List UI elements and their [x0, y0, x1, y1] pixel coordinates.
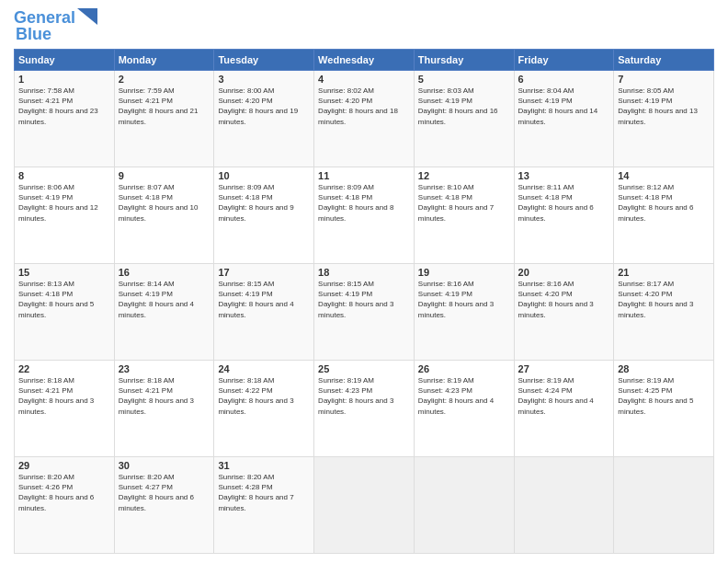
calendar-week-row: 29 Sunrise: 8:20 AM Sunset: 4:26 PM Dayl…: [15, 457, 714, 554]
day-number: 19: [418, 267, 510, 278]
day-info: Sunrise: 8:18 AM Sunset: 4:21 PM Dayligh…: [119, 375, 210, 417]
day-info: Sunrise: 8:09 AM Sunset: 4:18 PM Dayligh…: [318, 182, 410, 224]
day-info: Sunrise: 8:20 AM Sunset: 4:28 PM Dayligh…: [218, 472, 310, 513]
day-number: 24: [218, 363, 310, 374]
day-number: 30: [119, 460, 210, 471]
day-number: 9: [119, 170, 210, 181]
day-number: 5: [418, 74, 510, 85]
day-number: 16: [119, 267, 210, 278]
day-number: 22: [18, 363, 110, 374]
day-number: 2: [119, 74, 210, 85]
calendar-day-cell: 15 Sunrise: 8:13 AM Sunset: 4:18 PM Dayl…: [15, 264, 115, 361]
day-number: 15: [18, 267, 110, 278]
svg-marker-0: [77, 8, 97, 25]
day-info: Sunrise: 8:09 AM Sunset: 4:18 PM Dayligh…: [218, 182, 310, 224]
day-info: Sunrise: 8:11 AM Sunset: 4:18 PM Dayligh…: [518, 182, 610, 224]
calendar-day-cell: 25 Sunrise: 8:19 AM Sunset: 4:23 PM Dayl…: [314, 361, 415, 457]
day-number: 29: [18, 460, 110, 471]
calendar-day-cell: [614, 457, 714, 554]
day-info: Sunrise: 8:15 AM Sunset: 4:19 PM Dayligh…: [318, 279, 410, 320]
day-number: 6: [518, 74, 610, 85]
header: General Blue: [14, 9, 714, 43]
day-header-wednesday: Wednesday: [314, 50, 415, 71]
day-number: 27: [518, 363, 610, 374]
day-number: 3: [218, 74, 310, 85]
calendar-day-cell: 22 Sunrise: 8:18 AM Sunset: 4:21 PM Dayl…: [15, 361, 115, 457]
day-info: Sunrise: 8:00 AM Sunset: 4:20 PM Dayligh…: [218, 86, 310, 127]
day-info: Sunrise: 8:19 AM Sunset: 4:25 PM Dayligh…: [618, 375, 710, 417]
calendar-week-row: 15 Sunrise: 8:13 AM Sunset: 4:18 PM Dayl…: [15, 264, 714, 361]
calendar-day-cell: 18 Sunrise: 8:15 AM Sunset: 4:19 PM Dayl…: [314, 264, 415, 361]
day-info: Sunrise: 8:02 AM Sunset: 4:20 PM Dayligh…: [318, 86, 410, 127]
calendar-day-cell: 17 Sunrise: 8:15 AM Sunset: 4:19 PM Dayl…: [214, 264, 314, 361]
calendar-day-cell: 27 Sunrise: 8:19 AM Sunset: 4:24 PM Dayl…: [514, 361, 614, 457]
day-number: 20: [518, 267, 610, 278]
calendar-day-cell: 13 Sunrise: 8:11 AM Sunset: 4:18 PM Dayl…: [514, 167, 614, 264]
calendar-day-cell: 23 Sunrise: 8:18 AM Sunset: 4:21 PM Dayl…: [114, 361, 214, 457]
calendar-day-cell: 8 Sunrise: 8:06 AM Sunset: 4:19 PM Dayli…: [15, 167, 115, 264]
calendar-day-cell: 30 Sunrise: 8:20 AM Sunset: 4:27 PM Dayl…: [114, 457, 214, 554]
day-header-sunday: Sunday: [15, 50, 115, 71]
calendar-day-cell: 11 Sunrise: 8:09 AM Sunset: 4:18 PM Dayl…: [314, 167, 415, 264]
day-number: 17: [218, 267, 310, 278]
calendar-day-cell: 12 Sunrise: 8:10 AM Sunset: 4:18 PM Dayl…: [414, 167, 514, 264]
day-number: 31: [218, 460, 310, 471]
day-info: Sunrise: 8:14 AM Sunset: 4:19 PM Dayligh…: [119, 279, 210, 320]
logo-text2: Blue: [16, 25, 51, 43]
calendar-header-row: SundayMondayTuesdayWednesdayThursdayFrid…: [15, 50, 714, 71]
day-info: Sunrise: 8:18 AM Sunset: 4:21 PM Dayligh…: [18, 375, 110, 417]
day-number: 11: [318, 170, 410, 181]
calendar-week-row: 1 Sunrise: 7:58 AM Sunset: 4:21 PM Dayli…: [15, 71, 714, 167]
calendar-day-cell: 29 Sunrise: 8:20 AM Sunset: 4:26 PM Dayl…: [15, 457, 115, 554]
calendar-table: SundayMondayTuesdayWednesdayThursdayFrid…: [14, 49, 714, 554]
day-header-tuesday: Tuesday: [214, 50, 314, 71]
calendar-day-cell: 2 Sunrise: 7:59 AM Sunset: 4:21 PM Dayli…: [114, 71, 214, 167]
day-number: 28: [618, 363, 710, 374]
day-info: Sunrise: 8:06 AM Sunset: 4:19 PM Dayligh…: [18, 182, 110, 224]
day-info: Sunrise: 8:19 AM Sunset: 4:23 PM Dayligh…: [418, 375, 510, 417]
day-number: 25: [318, 363, 410, 374]
calendar-day-cell: 28 Sunrise: 8:19 AM Sunset: 4:25 PM Dayl…: [614, 361, 714, 457]
day-info: Sunrise: 8:19 AM Sunset: 4:24 PM Dayligh…: [518, 375, 610, 417]
day-info: Sunrise: 8:19 AM Sunset: 4:23 PM Dayligh…: [318, 375, 410, 417]
calendar-day-cell: 31 Sunrise: 8:20 AM Sunset: 4:28 PM Dayl…: [214, 457, 314, 554]
day-info: Sunrise: 8:20 AM Sunset: 4:26 PM Dayligh…: [18, 472, 110, 513]
day-number: 23: [119, 363, 210, 374]
day-number: 1: [18, 74, 110, 85]
day-info: Sunrise: 8:07 AM Sunset: 4:18 PM Dayligh…: [119, 182, 210, 224]
day-info: Sunrise: 7:59 AM Sunset: 4:21 PM Dayligh…: [119, 86, 210, 127]
day-number: 4: [318, 74, 410, 85]
day-number: 21: [618, 267, 710, 278]
calendar-day-cell: 14 Sunrise: 8:12 AM Sunset: 4:18 PM Dayl…: [614, 167, 714, 264]
day-header-saturday: Saturday: [614, 50, 714, 71]
day-number: 8: [18, 170, 110, 181]
calendar-day-cell: 5 Sunrise: 8:03 AM Sunset: 4:19 PM Dayli…: [414, 71, 514, 167]
day-header-thursday: Thursday: [414, 50, 514, 71]
day-number: 13: [518, 170, 610, 181]
calendar-day-cell: 7 Sunrise: 8:05 AM Sunset: 4:19 PM Dayli…: [614, 71, 714, 167]
day-info: Sunrise: 8:16 AM Sunset: 4:19 PM Dayligh…: [418, 279, 510, 320]
calendar-day-cell: 24 Sunrise: 8:18 AM Sunset: 4:22 PM Dayl…: [214, 361, 314, 457]
calendar-day-cell: [314, 457, 415, 554]
day-info: Sunrise: 8:20 AM Sunset: 4:27 PM Dayligh…: [119, 472, 210, 513]
day-info: Sunrise: 8:05 AM Sunset: 4:19 PM Dayligh…: [618, 86, 710, 127]
day-number: 26: [418, 363, 510, 374]
calendar-day-cell: 6 Sunrise: 8:04 AM Sunset: 4:19 PM Dayli…: [514, 71, 614, 167]
day-info: Sunrise: 8:13 AM Sunset: 4:18 PM Dayligh…: [18, 279, 110, 320]
day-info: Sunrise: 8:04 AM Sunset: 4:19 PM Dayligh…: [518, 86, 610, 127]
calendar-day-cell: 26 Sunrise: 8:19 AM Sunset: 4:23 PM Dayl…: [414, 361, 514, 457]
calendar-day-cell: 21 Sunrise: 8:17 AM Sunset: 4:20 PM Dayl…: [614, 264, 714, 361]
day-info: Sunrise: 8:10 AM Sunset: 4:18 PM Dayligh…: [418, 182, 510, 224]
day-number: 12: [418, 170, 510, 181]
calendar-day-cell: [414, 457, 514, 554]
day-info: Sunrise: 8:17 AM Sunset: 4:20 PM Dayligh…: [618, 279, 710, 320]
calendar-day-cell: 10 Sunrise: 8:09 AM Sunset: 4:18 PM Dayl…: [214, 167, 314, 264]
day-number: 7: [618, 74, 710, 85]
day-number: 14: [618, 170, 710, 181]
day-info: Sunrise: 8:12 AM Sunset: 4:18 PM Dayligh…: [618, 182, 710, 224]
calendar-day-cell: 20 Sunrise: 8:16 AM Sunset: 4:20 PM Dayl…: [514, 264, 614, 361]
calendar-day-cell: 19 Sunrise: 8:16 AM Sunset: 4:19 PM Dayl…: [414, 264, 514, 361]
day-info: Sunrise: 8:16 AM Sunset: 4:20 PM Dayligh…: [518, 279, 610, 320]
day-number: 10: [218, 170, 310, 181]
day-info: Sunrise: 8:03 AM Sunset: 4:19 PM Dayligh…: [418, 86, 510, 127]
